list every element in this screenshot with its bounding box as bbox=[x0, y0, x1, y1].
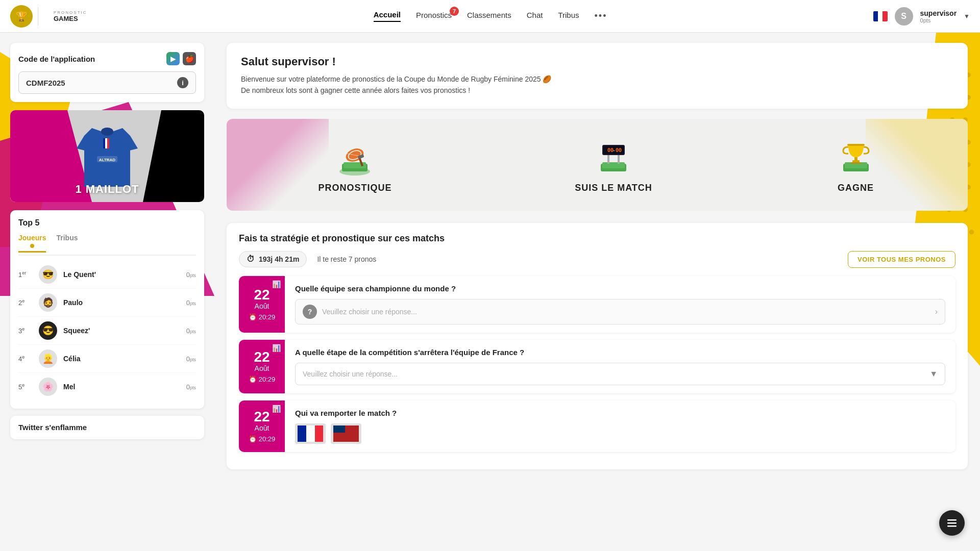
name-5: Mel bbox=[63, 383, 180, 391]
avatar-2: 🧔 bbox=[39, 293, 57, 312]
header-right: S supervisor 0pts ▼ bbox=[873, 7, 970, 26]
prono-month-3: Août bbox=[255, 424, 270, 432]
nav-classements[interactable]: Classements bbox=[467, 11, 511, 21]
nav-chat[interactable]: Chat bbox=[527, 11, 543, 21]
name-4: Célia bbox=[63, 355, 180, 363]
clock-icon: ⏱ bbox=[247, 255, 255, 264]
prono-dropdown-2[interactable]: Veuillez choisir une réponse... ▼ bbox=[295, 363, 945, 385]
player-row-4: 4e 👱 Célia 0pts bbox=[18, 345, 196, 373]
nav-accueil[interactable]: Accueil bbox=[374, 10, 401, 22]
chevron-down-icon-2: ▼ bbox=[929, 369, 938, 379]
prono-day-1: 22 bbox=[254, 288, 270, 302]
brand-name: GAMES bbox=[54, 15, 87, 22]
chart-icon-1: 📊 bbox=[272, 280, 281, 288]
app-code-value: CDMF2025 bbox=[26, 79, 65, 87]
prono-question-1: Quelle équipe sera championne du monde ? bbox=[295, 284, 945, 293]
header: 🏆 PRONOSTIC GAMES Accueil Pronostics 7 C… bbox=[0, 0, 980, 33]
svg-rect-20 bbox=[602, 162, 625, 168]
svg-rect-32 bbox=[854, 157, 857, 161]
prono-flags-row bbox=[295, 423, 945, 444]
nav-tribus[interactable]: Tribus bbox=[558, 11, 579, 21]
players-list: 1er 😎 Le Quent' 0pts 2e 🧔 Paulo 0pts 3e … bbox=[18, 261, 196, 400]
strategy-section: Fais ta stratégie et pronostique sur ces… bbox=[227, 223, 968, 469]
user-info: supervisor 0pts bbox=[920, 9, 957, 23]
prono-date-2: 📊 22 Août ⏰ 20:29 bbox=[239, 340, 285, 393]
prono-time-2: ⏰ 20:29 bbox=[249, 375, 276, 383]
welcome-title: Salut supervisor ! bbox=[241, 55, 953, 68]
jersey-bg: ALTRAD 1 MAILLOT bbox=[10, 110, 204, 202]
apple-store-icon[interactable]: 🍎 bbox=[183, 52, 196, 65]
flag-option-1[interactable] bbox=[295, 423, 326, 444]
rank-5: 5e bbox=[18, 383, 33, 391]
promo-gagne: GAGNE bbox=[836, 136, 876, 193]
prono-placeholder-1: Veuillez choisir une réponse... bbox=[322, 308, 417, 316]
avatar-5: 🌸 bbox=[39, 378, 57, 396]
name-2: Paulo bbox=[63, 298, 180, 307]
chart-icon-2: 📊 bbox=[272, 344, 281, 352]
top5-card: Top 5 Joueurs Tribus 1er 😎 Le Quent' 0pt… bbox=[10, 210, 204, 409]
welcome-text-2: De nombreux lots sont à gagner cette ann… bbox=[241, 85, 953, 96]
main-content: Salut supervisor ! Bienvenue sur votre p… bbox=[214, 33, 980, 551]
prono-body-2: A quelle étape de la compétition s'arrêt… bbox=[285, 340, 955, 393]
logo[interactable]: 🏆 PRONOSTIC GAMES bbox=[10, 5, 87, 28]
tab-tribus[interactable]: Tribus bbox=[56, 234, 78, 253]
promo-label-suis: SUIS LE MATCH bbox=[575, 183, 652, 193]
nav-pronostics[interactable]: Pronostics 7 bbox=[416, 11, 452, 21]
pts-2: 0pts bbox=[186, 299, 196, 307]
user-avatar[interactable]: S bbox=[895, 7, 913, 26]
tab-joueurs[interactable]: Joueurs bbox=[18, 234, 46, 253]
nav-more[interactable]: ••• bbox=[595, 11, 607, 21]
twitter-section: Twitter s'enflamme bbox=[10, 416, 204, 439]
main-nav: Accueil Pronostics 7 Classements Chat Tr… bbox=[108, 10, 873, 22]
info-icon[interactable]: i bbox=[177, 77, 188, 88]
top5-title: Top 5 bbox=[18, 218, 196, 228]
flag-france bbox=[873, 11, 888, 21]
floating-action-button[interactable] bbox=[939, 510, 965, 536]
chevron-right-icon-1: › bbox=[935, 307, 938, 316]
promo-pronostique: PRONOSTIQUE bbox=[318, 136, 391, 193]
scoreboard-icon: 00 - 00 bbox=[593, 136, 634, 177]
rank-2: 2e bbox=[18, 298, 33, 307]
timer-value: 193j 4h 21m bbox=[259, 255, 299, 263]
clock-icon-2: ⏰ bbox=[249, 375, 257, 383]
player-row-5: 5e 🌸 Mel 0pts bbox=[18, 373, 196, 400]
logo-circle: 🏆 bbox=[10, 5, 33, 28]
jersey-label: 1 MAILLOT bbox=[10, 183, 204, 196]
svg-rect-34 bbox=[947, 519, 957, 521]
app-code-input: CDMF2025 i bbox=[18, 71, 196, 94]
svg-rect-35 bbox=[947, 522, 957, 524]
svg-rect-6 bbox=[103, 138, 105, 148]
svg-rect-7 bbox=[105, 138, 107, 148]
sidebar: Code de l'application ▶ 🍎 CDMF2025 i bbox=[0, 33, 214, 551]
prono-time-3: ⏰ 20:29 bbox=[249, 435, 276, 443]
prono-day-2: 22 bbox=[254, 350, 270, 364]
svg-rect-31 bbox=[851, 162, 861, 164]
question-mark-icon-1: ? bbox=[303, 305, 317, 319]
promo-label-pronostique: PRONOSTIQUE bbox=[318, 183, 391, 193]
promo-label-gagne: GAGNE bbox=[838, 183, 874, 193]
rank-1: 1er bbox=[18, 270, 33, 279]
prono-card-3: 📊 22 Août ⏰ 20:29 Qui va remporter le ma… bbox=[239, 400, 955, 452]
prono-card-1: 📊 22 Août ⏰ 20:29 Quelle équipe sera cha… bbox=[239, 276, 955, 333]
avatar-1: 😎 bbox=[39, 265, 57, 284]
prono-select-1[interactable]: ? Veuillez choisir une réponse... › bbox=[295, 299, 945, 324]
rank-3: 3e bbox=[18, 327, 33, 335]
google-play-icon[interactable]: ▶ bbox=[166, 52, 180, 65]
prono-month-1: Août bbox=[255, 302, 270, 310]
prono-month-2: Août bbox=[255, 364, 270, 372]
promo-banner: PRONOSTIQUE 00 - 00 bbox=[227, 119, 968, 211]
flag-option-2[interactable] bbox=[331, 423, 361, 444]
prono-day-3: 22 bbox=[254, 410, 270, 424]
promo-suis: 00 - 00 SUIS LE MATCH bbox=[575, 136, 652, 193]
voir-tous-button[interactable]: VOIR TOUS MES PRONOS bbox=[848, 251, 955, 268]
remaining-text: Il te reste 7 pronos bbox=[317, 255, 376, 263]
prono-body-1: Quelle équipe sera championne du monde ?… bbox=[285, 276, 955, 333]
twitter-title: Twitter s'enflamme bbox=[18, 423, 87, 432]
prono-placeholder-2: Veuillez choisir une réponse... bbox=[303, 370, 398, 378]
prono-time-1: ⏰ 20:29 bbox=[249, 313, 276, 321]
user-dropdown-icon[interactable]: ▼ bbox=[964, 13, 970, 20]
logo-divider bbox=[38, 7, 38, 26]
app-code-card: Code de l'application ▶ 🍎 CDMF2025 i bbox=[10, 43, 204, 102]
welcome-text-1: Bienvenue sur votre plateforme de pronos… bbox=[241, 73, 953, 85]
menu-lines-icon bbox=[946, 517, 958, 529]
